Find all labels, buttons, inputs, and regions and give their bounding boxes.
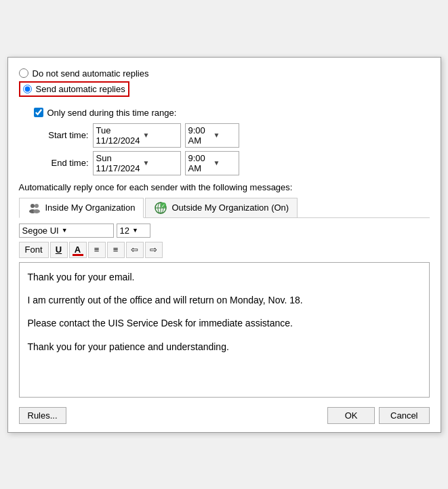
- start-time-label: Start time:: [45, 130, 89, 140]
- no-reply-label: Do not send automatic replies: [33, 68, 149, 79]
- dialog-automatic-replies: Do not send automatic replies Send autom…: [7, 57, 441, 433]
- send-reply-label: Send automatic replies: [36, 84, 125, 94]
- start-time-row: Start time: Tue 11/12/2024 ▼ 9:00 AM ▼: [45, 123, 430, 148]
- end-date-select[interactable]: Sun 11/17/2024 ▼: [93, 151, 181, 175]
- cancel-button[interactable]: Cancel: [379, 407, 429, 424]
- numbering-button[interactable]: ≡: [107, 242, 125, 258]
- message-area[interactable]: Thank you for your email. I am currently…: [19, 262, 430, 398]
- increase-indent-icon: ⇨: [150, 244, 157, 255]
- font-size-select[interactable]: 12 ▼: [117, 224, 150, 238]
- send-auto-box: Send automatic replies: [19, 81, 129, 97]
- do-not-send-row: Do not send automatic replies: [19, 68, 430, 79]
- message-line3: Please contact the UIS Service Desk for …: [28, 316, 421, 331]
- ok-button[interactable]: OK: [327, 407, 375, 424]
- inside-org-icon: [28, 203, 41, 213]
- svg-text:✓: ✓: [161, 203, 165, 208]
- font-name-toolbar: Segoe UI ▼ 12 ▼: [19, 224, 430, 238]
- tab-inside-org[interactable]: Inside My Organization: [19, 198, 144, 218]
- end-time-chevron-icon: ▼: [213, 159, 236, 167]
- svg-point-1: [35, 204, 39, 208]
- bottom-row: Rules... OK Cancel: [19, 407, 430, 424]
- time-section: Start time: Tue 11/12/2024 ▼ 9:00 AM ▼ E…: [45, 123, 430, 175]
- start-time-chevron-icon: ▼: [213, 131, 236, 139]
- font-color-button[interactable]: A: [69, 242, 87, 258]
- end-time-row: End time: Sun 11/17/2024 ▼ 9:00 AM ▼: [45, 151, 430, 175]
- message-line2: I am currently out of the office and wil…: [28, 293, 421, 307]
- decrease-indent-button[interactable]: ⇦: [126, 242, 144, 258]
- end-date-chevron-icon: ▼: [143, 159, 178, 167]
- font-button[interactable]: Font: [19, 242, 49, 258]
- tab-inside-org-label: Inside My Organization: [45, 203, 136, 213]
- send-auto-row: Send automatic replies: [19, 81, 430, 102]
- format-toolbar: Font U A ≡ ≡ ⇦ ⇨: [19, 242, 430, 258]
- outside-org-icon: ✓: [154, 203, 167, 213]
- end-time-value: 9:00 AM: [188, 153, 211, 173]
- end-time-label: End time:: [45, 158, 89, 168]
- time-range-label: Only send during this time range:: [47, 108, 177, 118]
- tabs-row: Inside My Organization ✓ Outside My Orga…: [19, 198, 430, 218]
- start-time-select[interactable]: 9:00 AM ▼: [185, 123, 239, 148]
- auto-reply-header: Automatically reply once for each sender…: [19, 182, 430, 192]
- message-line4: Thank you for your patience and understa…: [28, 339, 421, 354]
- bullets-icon: ≡: [94, 244, 100, 255]
- font-name-value: Segoe UI: [22, 226, 59, 236]
- tab-outside-org[interactable]: ✓ Outside My Organization (On): [145, 198, 298, 217]
- time-range-row: Only send during this time range:: [34, 108, 430, 118]
- end-date-value: Sun 11/17/2024: [96, 153, 140, 173]
- numbering-icon: ≡: [113, 244, 119, 255]
- underline-button[interactable]: U: [50, 242, 68, 258]
- send-reply-radio[interactable]: [23, 85, 32, 93]
- time-range-checkbox[interactable]: [34, 108, 43, 117]
- font-size-chevron-icon: ▼: [132, 227, 138, 234]
- font-color-bar: [73, 254, 83, 256]
- svg-point-3: [33, 209, 40, 213]
- message-line1: Thank you for your email.: [28, 270, 421, 284]
- font-name-chevron-icon: ▼: [62, 227, 68, 234]
- start-date-select[interactable]: Tue 11/12/2024 ▼: [93, 123, 181, 148]
- bottom-right-buttons: OK Cancel: [327, 407, 429, 424]
- bullets-button[interactable]: ≡: [88, 242, 106, 258]
- font-size-value: 12: [120, 226, 129, 236]
- end-time-select[interactable]: 9:00 AM ▼: [185, 151, 239, 175]
- no-reply-radio[interactable]: [19, 68, 28, 78]
- start-date-chevron-icon: ▼: [143, 131, 178, 139]
- rules-button[interactable]: Rules...: [19, 407, 66, 424]
- start-date-value: Tue 11/12/2024: [96, 125, 140, 146]
- increase-indent-button[interactable]: ⇨: [145, 242, 163, 258]
- tab-outside-org-label: Outside My Organization (On): [171, 203, 289, 213]
- start-time-value: 9:00 AM: [188, 125, 211, 146]
- svg-point-0: [30, 204, 35, 208]
- decrease-indent-icon: ⇦: [131, 244, 138, 255]
- font-name-select[interactable]: Segoe UI ▼: [19, 224, 114, 238]
